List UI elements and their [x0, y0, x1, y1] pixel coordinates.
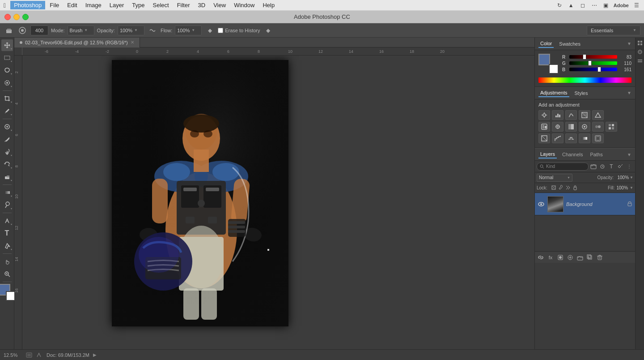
type-tool[interactable]: T	[1, 227, 13, 239]
status-icon-2[interactable]	[35, 351, 43, 359]
adj-invert[interactable]	[538, 133, 550, 143]
essentials-dropdown[interactable]: Essentials ▼	[587, 26, 640, 35]
path-selection-tool[interactable]: ▾	[1, 240, 13, 252]
layers-search[interactable]: Kind	[537, 163, 589, 171]
adj-gradient-map[interactable]	[579, 133, 590, 143]
add-layer-style-btn[interactable]: fx	[547, 253, 555, 261]
tab-adjustments[interactable]: Adjustments	[538, 89, 569, 97]
lock-position-icon[interactable]	[565, 185, 571, 191]
apple-icon[interactable]: 	[4, 2, 6, 9]
g-thumb[interactable]	[588, 60, 592, 66]
fill-chevron[interactable]: ▼	[630, 186, 633, 190]
menu-image[interactable]: Image	[82, 1, 105, 9]
color-panel-collapse[interactable]: ▼	[627, 41, 631, 46]
list-icon[interactable]: ☰	[632, 1, 640, 9]
flow-icon[interactable]: ◆	[204, 25, 215, 36]
lock-paint-icon[interactable]	[558, 185, 564, 191]
strip-icon-1[interactable]	[636, 39, 644, 47]
adj-bw[interactable]	[565, 122, 577, 132]
tab-channels[interactable]: Channels	[560, 151, 585, 158]
mode-dropdown[interactable]: Brush	[68, 26, 94, 35]
eraser-tool[interactable]: ▾	[1, 171, 13, 183]
color-spectrum[interactable]	[538, 77, 631, 83]
opacity-dropdown[interactable]: 100%	[118, 26, 144, 35]
menu-3d[interactable]: 3D	[195, 1, 209, 9]
foreground-background-colors[interactable]	[0, 284, 16, 301]
strip-icon-2[interactable]	[636, 48, 644, 56]
tab-styles[interactable]: Styles	[573, 90, 590, 97]
more-icon[interactable]: ⋯	[590, 1, 598, 9]
gradient-tool[interactable]: ▾	[1, 187, 13, 198]
move-tool[interactable]: ▾	[1, 39, 13, 51]
brush-size-input[interactable]: 400	[30, 26, 48, 35]
layers-panel-collapse[interactable]: ▼	[627, 152, 631, 157]
erase-history-label[interactable]: Erase to History	[218, 28, 260, 33]
canvas-tab-main[interactable]: 02-03_Trevor606-Edit.psd @ 12.5% (RGB/16…	[14, 38, 140, 47]
menu-photoshop[interactable]: Photoshop	[10, 1, 45, 9]
lasso-tool[interactable]: ▾	[1, 64, 13, 76]
marquee-tool[interactable]: ▾	[1, 52, 13, 64]
display-icon[interactable]: ◻	[579, 1, 587, 9]
history-brush-tool[interactable]: ▾	[1, 159, 13, 170]
zoom-tool[interactable]	[1, 268, 13, 280]
adj-selective-color[interactable]	[592, 133, 604, 143]
brush-size-icon[interactable]	[17, 25, 28, 36]
g-slider[interactable]	[569, 61, 617, 65]
tab-color[interactable]: Color	[538, 40, 554, 48]
link-layers-btn[interactable]	[537, 253, 545, 261]
adj-channel-mixer[interactable]	[592, 122, 604, 132]
adj-curves[interactable]	[565, 110, 577, 120]
flow-dropdown[interactable]: 100%	[175, 26, 202, 35]
wifi-icon[interactable]: ↻	[555, 1, 564, 9]
new-layer-group-btn[interactable]	[576, 253, 584, 261]
layer-effects-btn[interactable]	[616, 163, 624, 171]
layer-type-btn[interactable]: T	[607, 163, 615, 171]
opacity-chevron[interactable]: ▼	[630, 176, 633, 180]
airbrush-icon[interactable]	[147, 25, 158, 36]
adj-photo-filter[interactable]	[579, 122, 590, 132]
adj-panel-collapse[interactable]: ▼	[627, 90, 631, 95]
adj-exposure[interactable]	[579, 110, 590, 120]
layer-more-btn[interactable]: ⋮	[625, 163, 633, 171]
layer-edit-btn[interactable]	[598, 163, 606, 171]
tab-layers[interactable]: Layers	[538, 150, 557, 159]
hand-tool[interactable]	[1, 256, 13, 267]
menu-view[interactable]: View	[210, 1, 229, 9]
adj-colorbalance[interactable]	[552, 122, 564, 132]
new-adjustment-layer-btn[interactable]	[566, 253, 574, 261]
adj-hsl[interactable]	[538, 122, 550, 132]
menu-filter[interactable]: Filter	[174, 1, 194, 9]
tab-close-button[interactable]: ✕	[131, 40, 134, 45]
adj-vibrance[interactable]	[592, 110, 604, 120]
fg-bg-swatches[interactable]	[538, 54, 559, 74]
dodge-tool[interactable]: ▾	[1, 199, 13, 211]
menu-help[interactable]: Help	[259, 1, 278, 9]
adj-color-lookup[interactable]	[606, 122, 617, 132]
adj-brightness[interactable]	[538, 110, 550, 120]
pen-tool[interactable]: ▾	[1, 215, 13, 227]
strip-icon-3[interactable]	[636, 57, 644, 64]
new-layer-group-btn[interactable]	[589, 163, 597, 171]
brush-tool[interactable]	[1, 133, 13, 145]
menu-file[interactable]: File	[46, 1, 63, 9]
add-mask-btn[interactable]	[556, 253, 564, 261]
menu-type[interactable]: Type	[128, 1, 148, 9]
blend-mode-dropdown[interactable]: Normal ▼	[537, 174, 572, 182]
close-button[interactable]	[4, 14, 11, 20]
menu-layer[interactable]: Layer	[106, 1, 128, 9]
clone-stamp-tool[interactable]: ▾	[1, 146, 13, 158]
layer-visibility-icon[interactable]	[538, 201, 545, 208]
adj-posterize[interactable]	[552, 133, 564, 143]
r-slider[interactable]	[569, 55, 617, 59]
new-layer-btn[interactable]	[586, 253, 594, 261]
monitor-icon[interactable]: ▣	[602, 1, 610, 9]
lock-transparent-icon[interactable]	[551, 185, 556, 191]
options-icon[interactable]: ◆	[263, 25, 273, 36]
tab-paths[interactable]: Paths	[589, 151, 605, 158]
status-arrow[interactable]: ▶	[93, 352, 97, 357]
tab-swatches[interactable]: Swatches	[557, 40, 582, 47]
eyedropper-tool[interactable]: ▾	[1, 105, 13, 117]
notification-icon[interactable]: ▲	[567, 1, 575, 9]
b-thumb[interactable]	[597, 67, 601, 72]
b-slider[interactable]	[569, 68, 617, 71]
